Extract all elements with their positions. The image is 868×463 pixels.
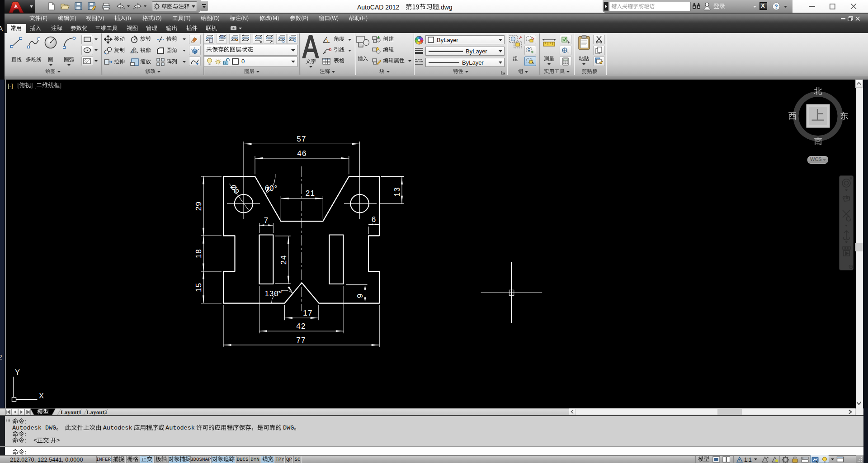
svg-text:130°: 130° [264, 289, 282, 298]
svg-text:60°: 60° [265, 184, 278, 193]
svg-text:29: 29 [194, 201, 203, 211]
svg-text:17: 17 [303, 309, 312, 317]
svg-text:24: 24 [279, 255, 288, 265]
svg-text:77: 77 [296, 336, 306, 345]
svg-text:15: 15 [194, 283, 203, 292]
svg-text:6: 6 [372, 215, 377, 224]
svg-text:21: 21 [306, 189, 315, 198]
svg-text:57: 57 [297, 135, 306, 143]
svg-text:18: 18 [194, 249, 203, 258]
svg-text:13: 13 [393, 187, 401, 196]
svg-text:Y: Y [15, 368, 20, 376]
svg-text:X: X [39, 392, 44, 400]
svg-text:46: 46 [297, 149, 307, 158]
svg-text:7: 7 [264, 216, 269, 225]
svg-text:Ø9: Ø9 [229, 183, 241, 195]
svg-text:9: 9 [356, 293, 365, 298]
svg-text:42: 42 [296, 322, 306, 331]
